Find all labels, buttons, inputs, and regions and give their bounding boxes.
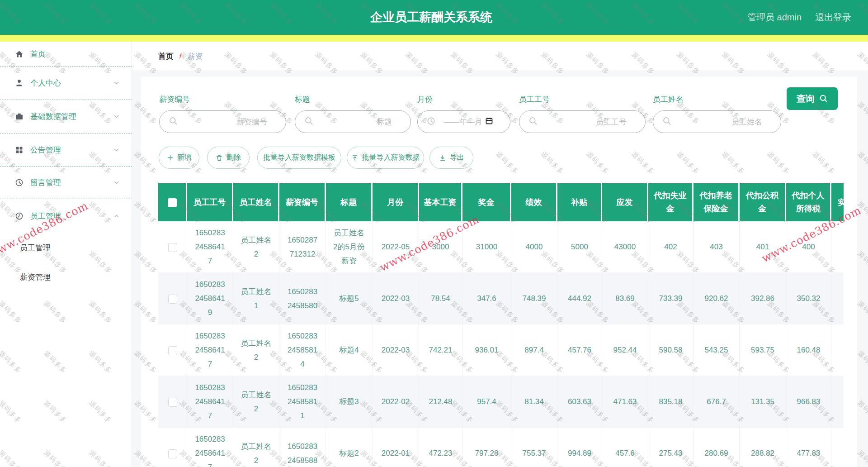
chevron-up-icon: [113, 213, 120, 219]
sidebar-item-2[interactable]: 个人中心: [0, 67, 132, 100]
content-card: 薪资编号薪资编号标题标题月份——年—月员工工号员工工号员工姓名员工姓名 查询 新…: [141, 77, 857, 467]
table-cell: [831, 273, 844, 324]
checkbox-cell: [158, 428, 187, 467]
header-checkbox[interactable]: [168, 198, 177, 207]
table-header-cell: 代扣养老保险金: [693, 183, 740, 221]
table-cell: 400: [786, 221, 831, 273]
table-cell: 160.48: [786, 324, 831, 376]
sidebar-item-3[interactable]: 基础数据管理: [0, 100, 132, 133]
table-cell: 165028324586417: [187, 428, 233, 467]
table-header-cell: 员工姓名: [233, 183, 279, 221]
table-cell: [831, 428, 844, 467]
table-cell: 2022-01: [373, 428, 419, 467]
table-header-cell: 奖金: [462, 183, 511, 221]
table-cell: 275.43: [648, 428, 693, 467]
filter-input-4[interactable]: 员工工号: [519, 110, 646, 133]
table-header-cell: 应发: [602, 183, 648, 221]
mag-icon: [662, 116, 671, 125]
table-cell: 835.18: [648, 376, 693, 428]
sidebar-item-4[interactable]: 公告管理: [0, 133, 132, 167]
sidebar-item-6[interactable]: 员工管理: [0, 199, 132, 233]
upload-icon: [351, 154, 359, 162]
table-cell: 员工姓名1: [233, 273, 279, 324]
action-button-1[interactable]: 新增: [159, 147, 199, 169]
table-header-cell: 绩效: [511, 183, 557, 221]
table-header-cell: 代扣公积金: [740, 183, 786, 221]
table-cell: 797.28: [462, 428, 511, 467]
table-cell: 590.58: [648, 324, 693, 376]
action-button-2[interactable]: 删除: [207, 147, 250, 169]
table-cell: 755.37: [511, 428, 557, 467]
clock-icon: [15, 178, 24, 187]
admin-user-label[interactable]: 管理员 admin: [747, 11, 802, 24]
row-checkbox[interactable]: [168, 295, 177, 304]
table-cell: 83.69: [602, 273, 648, 324]
mag-icon: [169, 116, 178, 125]
chevron-down-icon: [113, 113, 120, 120]
table-cell: [831, 376, 844, 428]
table-header-cell: 标题: [326, 183, 373, 221]
table-cell: 952.44: [602, 324, 648, 376]
search-button[interactable]: 查询: [787, 87, 838, 110]
table-cell: 165028324586417: [187, 376, 233, 428]
grid-icon: [15, 146, 24, 154]
table-cell: 31000: [462, 221, 511, 273]
clock-icon: [427, 117, 435, 127]
table-cell: 16502832458580: [279, 273, 326, 324]
table-header-cell: 员工工号: [187, 183, 233, 221]
briefcase-icon: [15, 112, 24, 121]
table-cell: 员工姓名2的5月份薪资: [326, 221, 373, 273]
sidebar-item-5[interactable]: 留言管理: [0, 167, 132, 199]
table-cell: 957.4: [462, 376, 511, 428]
month-filter-input[interactable]: ——年—月: [417, 110, 510, 133]
row-checkbox[interactable]: [168, 398, 177, 407]
table-cell: 676.7: [693, 376, 740, 428]
action-button-4[interactable]: 批量导入薪资数据: [347, 147, 424, 169]
table-cell: 2022-05: [373, 221, 419, 273]
logout-link[interactable]: 退出登录: [815, 11, 851, 24]
sidebar-subitem-2[interactable]: 薪资管理: [0, 262, 132, 292]
chevron-down-icon: [113, 179, 120, 186]
table-cell: 2022-03: [373, 273, 419, 324]
table-cell: 457.6: [602, 428, 648, 467]
checkbox-cell: [158, 376, 187, 428]
filter-input-5[interactable]: 员工姓名: [653, 110, 781, 133]
checkbox-cell: [158, 273, 187, 324]
clocksm-icon: [427, 117, 435, 125]
breadcrumb-separator: /: [179, 52, 182, 61]
mag-icon: [528, 116, 538, 125]
breadcrumb-current: 薪资: [188, 51, 203, 62]
table-cell: 966.83: [786, 376, 831, 428]
row-checkbox[interactable]: [168, 346, 177, 355]
sidebar-subitem-1[interactable]: 员工管理: [0, 233, 132, 262]
table-cell: 标题3: [326, 376, 373, 428]
table-cell: 748.39: [511, 273, 557, 324]
table-cell: 4000: [511, 221, 557, 273]
table-row-4: 165028324586417员工姓名2165028324585811标题320…: [158, 376, 844, 428]
user-icon: [15, 79, 24, 87]
table-cell: 936.01: [462, 324, 511, 376]
plus-icon: [167, 154, 174, 161]
table-cell: 347.6: [462, 273, 511, 324]
filter-input-1[interactable]: 薪资编号: [159, 110, 286, 133]
chevron-down-icon: [113, 147, 120, 153]
row-checkbox[interactable]: [168, 243, 177, 252]
table-cell: 3000: [419, 221, 462, 273]
filter-input-2[interactable]: 标题: [295, 110, 411, 133]
table-cell: 444.92: [557, 273, 602, 324]
row-checkbox[interactable]: [168, 449, 177, 458]
yellow-divider: [0, 35, 868, 42]
sidebar-item-1[interactable]: 首页: [0, 42, 132, 67]
action-button-5[interactable]: 导出: [429, 147, 473, 169]
table-row-5: 165028324586417员工姓名216502832458588标题2202…: [158, 428, 844, 467]
action-button-3[interactable]: 批量导入薪资数据模板: [257, 147, 341, 169]
breadcrumb-home[interactable]: 首页: [158, 51, 174, 62]
table-cell: 165028324586417: [187, 221, 233, 273]
table-cell: 165028324585811: [279, 376, 326, 428]
filter-label-3: 月份: [417, 94, 433, 105]
table-cell: 994.89: [557, 428, 602, 467]
header-checkbox-cell: [158, 183, 187, 221]
table-header-cell: 代扣失业金: [648, 183, 693, 221]
search-icon: [169, 116, 178, 127]
table-cell: 392.86: [740, 273, 786, 324]
